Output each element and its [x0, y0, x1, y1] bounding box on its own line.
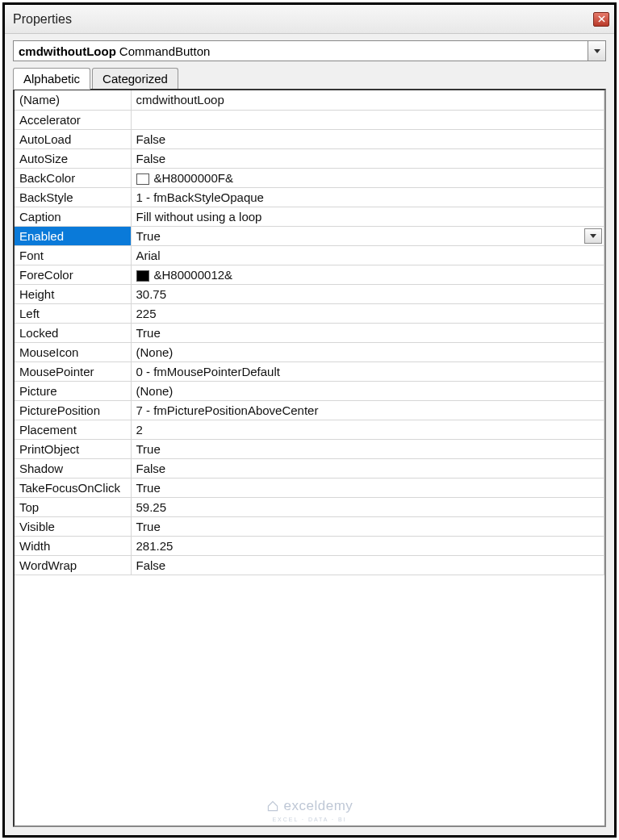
property-value-text: True [136, 326, 161, 340]
property-value[interactable]: 7 - fmPicturePositionAboveCenter [131, 400, 604, 420]
property-name[interactable]: Accelerator [15, 110, 131, 129]
property-value[interactable]: True [131, 478, 604, 497]
property-row[interactable]: EnabledTrue [15, 226, 604, 245]
property-value-text: 7 - fmPicturePositionAboveCenter [136, 403, 319, 417]
property-value[interactable]: 0 - fmMousePointerDefault [131, 361, 604, 381]
property-name[interactable]: PicturePosition [15, 400, 131, 420]
property-row[interactable]: FontArial [15, 245, 604, 265]
property-value[interactable]: cmdwithoutLoop [131, 90, 604, 110]
close-button[interactable] [593, 12, 609, 27]
property-row[interactable]: Accelerator [15, 110, 604, 129]
property-row[interactable]: ShadowFalse [15, 458, 604, 478]
property-name[interactable]: Font [15, 245, 131, 265]
property-row[interactable]: Height30.75 [15, 284, 604, 303]
property-row[interactable]: BackStyle1 - fmBackStyleOpaque [15, 187, 604, 207]
property-value[interactable]: 225 [131, 303, 604, 323]
close-icon [598, 15, 605, 23]
property-value-text: 0 - fmMousePointerDefault [136, 365, 280, 378]
property-row[interactable]: MouseIcon(None) [15, 342, 604, 361]
property-value-text: 225 [136, 307, 157, 320]
property-value[interactable]: (None) [131, 342, 604, 361]
property-name[interactable]: Visible [15, 516, 131, 536]
property-row[interactable]: PicturePosition7 - fmPicturePositionAbov… [15, 400, 604, 420]
property-value-text: False [136, 462, 166, 475]
property-value[interactable]: 1 - fmBackStyleOpaque [131, 187, 604, 207]
color-swatch [136, 173, 149, 185]
property-value-text: True [136, 442, 161, 456]
property-name[interactable]: Height [15, 284, 131, 303]
object-selector-field[interactable]: cmdwithoutLoop CommandButton [13, 40, 588, 61]
property-name[interactable]: MousePointer [15, 361, 131, 381]
property-row[interactable]: WordWrapFalse [15, 555, 604, 575]
property-value-text: &H8000000F& [154, 171, 233, 185]
property-value-text: False [136, 558, 166, 572]
property-name[interactable]: PrintObject [15, 439, 131, 458]
property-value[interactable]: True [131, 516, 604, 536]
tab-categorized[interactable]: Categorized [92, 68, 178, 89]
object-selector[interactable]: cmdwithoutLoop CommandButton [13, 40, 606, 61]
property-name[interactable]: ForeColor [15, 265, 131, 284]
property-value[interactable]: Fill without using a loop [131, 207, 604, 226]
property-name[interactable]: Placement [15, 420, 131, 439]
property-name[interactable]: BackStyle [15, 187, 131, 207]
property-value-text: False [136, 132, 166, 146]
property-name[interactable]: MouseIcon [15, 342, 131, 361]
property-name[interactable]: AutoLoad [15, 129, 131, 148]
property-value-text: True [136, 481, 161, 495]
property-value[interactable]: 2 [131, 420, 604, 439]
object-selector-dropdown-button[interactable] [588, 40, 606, 61]
property-name[interactable]: Picture [15, 381, 131, 400]
property-name[interactable]: Left [15, 303, 131, 323]
property-name[interactable]: TakeFocusOnClick [15, 478, 131, 497]
property-value-text: (None) [136, 384, 174, 398]
property-row[interactable]: VisibleTrue [15, 516, 604, 536]
property-value[interactable]: True [131, 226, 604, 245]
property-value-text: True [136, 520, 161, 533]
property-value[interactable]: False [131, 148, 604, 168]
property-row[interactable]: CaptionFill without using a loop [15, 207, 604, 226]
property-value[interactable]: 59.25 [131, 497, 604, 516]
property-row[interactable]: BackColor&H8000000F& [15, 168, 604, 187]
property-row[interactable]: AutoLoadFalse [15, 129, 604, 148]
property-name[interactable]: BackColor [15, 168, 131, 187]
property-value[interactable]: 281.25 [131, 536, 604, 555]
property-name[interactable]: (Name) [15, 90, 131, 110]
tabs: Alphabetic Categorized [5, 68, 614, 89]
property-row[interactable]: AutoSizeFalse [15, 148, 604, 168]
property-name[interactable]: Width [15, 536, 131, 555]
tab-alphabetic[interactable]: Alphabetic [13, 68, 90, 90]
property-row[interactable]: ForeColor&H80000012& [15, 265, 604, 284]
property-name[interactable]: AutoSize [15, 148, 131, 168]
property-value[interactable]: &H8000000F& [131, 168, 604, 187]
property-row[interactable]: Width281.25 [15, 536, 604, 555]
property-value-text: 59.25 [136, 500, 167, 514]
property-name[interactable]: Caption [15, 207, 131, 226]
property-value[interactable]: Arial [131, 245, 604, 265]
property-row[interactable]: Left225 [15, 303, 604, 323]
property-value[interactable]: True [131, 439, 604, 458]
property-value[interactable]: (None) [131, 381, 604, 400]
property-row[interactable]: LockedTrue [15, 323, 604, 342]
property-name[interactable]: Top [15, 497, 131, 516]
property-row[interactable]: Top59.25 [15, 497, 604, 516]
property-name[interactable]: Locked [15, 323, 131, 342]
property-name[interactable]: Shadow [15, 458, 131, 478]
property-value[interactable]: &H80000012& [131, 265, 604, 284]
property-value[interactable] [131, 110, 604, 129]
property-value[interactable]: 30.75 [131, 284, 604, 303]
value-dropdown-button[interactable] [584, 228, 602, 244]
property-row[interactable]: MousePointer0 - fmMousePointerDefault [15, 361, 604, 381]
property-value[interactable]: True [131, 323, 604, 342]
property-row[interactable]: TakeFocusOnClickTrue [15, 478, 604, 497]
property-name[interactable]: Enabled [15, 226, 131, 245]
property-row[interactable]: Picture(None) [15, 381, 604, 400]
property-row[interactable]: (Name)cmdwithoutLoop [15, 90, 604, 110]
property-value-text: 281.25 [136, 539, 174, 553]
property-value[interactable]: False [131, 129, 604, 148]
property-row[interactable]: PrintObjectTrue [15, 439, 604, 458]
color-swatch [136, 270, 149, 282]
property-value[interactable]: False [131, 555, 604, 575]
property-row[interactable]: Placement2 [15, 420, 604, 439]
property-value[interactable]: False [131, 458, 604, 478]
property-name[interactable]: WordWrap [15, 555, 131, 575]
